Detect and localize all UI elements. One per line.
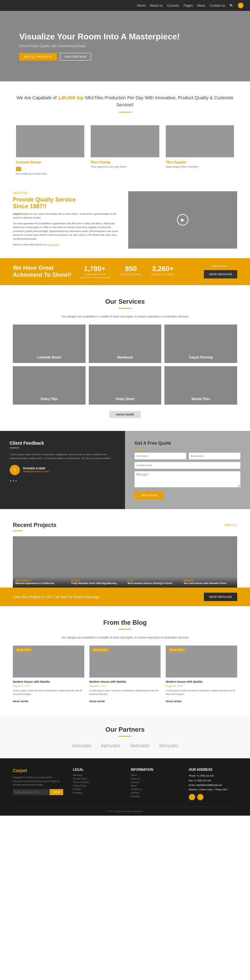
footer-brand-col: Carpet Copyright © is there for providin… — [13, 768, 63, 800]
view-all-link[interactable]: VIEW ALL — [224, 523, 237, 527]
blog-image-0: BLOG POST — [13, 646, 84, 678]
blog-desc-0: Lorem ipsum dolor sit amet consectetur a… — [13, 689, 84, 696]
service-vinley-tiles[interactable]: Vinley Tiles — [13, 366, 86, 405]
cta-strip: Have Any Project for Us? Call Now Or Sen… — [0, 587, 250, 606]
service-laminate[interactable]: Laminate Board — [13, 325, 86, 363]
read-more-2[interactable]: READ MORE — [166, 700, 182, 703]
hero-buttons: SEE ALL PRODUCTS EXPLORE NOW — [19, 53, 231, 60]
footer-fax: Fax: +1 (789) 213 333 — [189, 779, 237, 782]
blog-post-2: BLOG POST Modern House with Marble. Augu… — [166, 646, 237, 703]
card-desc-floor: Tiles experts to care your floors. — [91, 165, 159, 168]
message-input[interactable] — [135, 471, 240, 487]
search-icon[interactable]: 🔍 — [229, 4, 233, 7]
about-text: ABOUT US Provide Qualty Service Since 19… — [13, 191, 122, 248]
footer-address-heading: OUR ADDRESS — [189, 768, 237, 772]
partners-row: #envato #envato #envato #envato — [13, 743, 237, 749]
nav-courses[interactable]: Courses — [167, 4, 179, 7]
send-message-button[interactable]: SEND MESSAGE — [204, 270, 237, 278]
footer-newsletter: SEND — [13, 789, 63, 795]
nav-pages[interactable]: Pages — [184, 4, 193, 7]
card-image-floor — [91, 125, 159, 157]
nav-news[interactable]: News — [197, 4, 205, 7]
feature-cards: Custome Design 1 We create your dream ti… — [0, 125, 250, 185]
partner-logo-3: #envato — [159, 743, 178, 749]
card-title-custom: Custome Design — [16, 161, 84, 164]
footer-info-item-3: News — [131, 784, 179, 787]
copyright: © 2017 Carpet. All Rights Reserved. — [107, 810, 143, 813]
project-overlay-1: FLOOR Fully Wooden Floor with Big Balcon… — [69, 576, 125, 587]
stats-section: We Are Capabale of 1,80,000 Sqr MtrsTile… — [0, 81, 250, 125]
about-link-anchor[interactable]: Click Here — [47, 243, 59, 246]
quote-divider — [135, 447, 144, 448]
footer-info-item-6: Branding — [131, 795, 179, 797]
feedback-section: Client Feedback Lorem ipsum dolor sit am… — [0, 431, 125, 509]
footer-legal-item-4: Portfolio — [73, 788, 121, 790]
feedback-quote-section: Client Feedback Lorem ipsum dolor sit am… — [0, 431, 250, 509]
email-input[interactable] — [189, 453, 240, 460]
project-blue-heaven[interactable]: FLAT Blue Heaven Interiro Desing in Kori… — [125, 536, 181, 587]
project-sea-view[interactable]: WEBSITE Sea View Room with Wooden Floor — [181, 536, 237, 587]
nav-about[interactable]: About us — [150, 4, 162, 7]
partner-logo-1: #envato — [101, 743, 120, 749]
footer-top: Carpet Copyright © is there for providin… — [13, 768, 237, 800]
services-section: Our Services Our designs are available i… — [0, 285, 250, 431]
number-input[interactable] — [135, 462, 240, 469]
facebook-icon[interactable]: f — [189, 794, 195, 800]
see-products-button[interactable]: SEE ALL PRODUCTS — [19, 53, 57, 60]
cart-icon[interactable]: 1 — [238, 3, 244, 8]
cta-strip-button[interactable]: SEND MESSAGE — [204, 593, 237, 601]
card-title-tiles: Tiles Supplier — [166, 161, 234, 164]
card-title-floor: Floor Paving — [91, 161, 159, 164]
footer-legal-col: LEGAL Sitemaps Privacy Policy Terms of S… — [73, 768, 121, 800]
name-email-row — [135, 453, 240, 460]
form-submit-button[interactable]: SEND NOW — [135, 491, 164, 500]
service-carpet[interactable]: Carpet Flooring — [164, 325, 237, 363]
blog-section: From the Blog Our designs are available … — [0, 606, 250, 716]
partners-heading: Our Partners — [13, 726, 237, 733]
service-vinley-sheet[interactable]: Vinley Sheet — [89, 366, 162, 405]
footer-info-item-5: Portfolio — [131, 792, 179, 794]
blog-sub: Our designs are available in a wealth of… — [13, 636, 237, 639]
recent-projects-header: Recent Projects VIEW ALL — [13, 522, 237, 528]
blog-title-2: Modern House with Marble. — [166, 680, 237, 683]
explore-button[interactable]: EXPLORE NOW — [60, 53, 91, 60]
stats-text: We Are Capabale of 1,80,000 Sqr MtrsTile… — [13, 94, 237, 108]
hero-section: Visualize Your Room Into A Masterpiece! … — [0, 11, 250, 81]
nav-contact[interactable]: Contact us — [210, 4, 225, 7]
footer-legal-item-5: Branding — [73, 792, 121, 794]
twitter-icon[interactable]: t — [197, 794, 204, 800]
blog-image-1: BLOG POST — [89, 646, 161, 678]
footer-info-item-0: Home — [131, 774, 179, 776]
about-heading: Provide Qualty Service Since 1987!! — [13, 196, 122, 210]
read-more-1[interactable]: READ MORE — [89, 700, 105, 703]
service-marble[interactable]: Marble Tiles — [164, 366, 237, 405]
project-minimal[interactable]: APARTMENTS Minimal Apartment in Californ… — [13, 536, 69, 587]
project-overlay-0: APARTMENTS Minimal Apartment in Californ… — [13, 576, 69, 587]
avatar: R — [10, 465, 20, 475]
footer-legal-item-1: Privacy Policy — [73, 778, 121, 780]
name-input[interactable] — [135, 453, 186, 460]
blog-tag-2: BLOG POST — [168, 648, 185, 652]
card-image-tiles — [166, 125, 234, 157]
blog-desc-1: Lorem ipsum dolor sit amet consectetur a… — [89, 689, 161, 696]
newsletter-button[interactable]: SEND — [50, 789, 63, 795]
service-hardwood[interactable]: Hardwood — [89, 325, 162, 363]
stat-clients: 850 Social Wise Client — [121, 265, 141, 279]
play-button[interactable]: ▶ — [177, 214, 188, 226]
newsletter-input[interactable] — [13, 789, 50, 795]
show-more-button[interactable]: SHOW MORE — [109, 411, 141, 418]
blog-tag-1: BLOG POST — [92, 648, 109, 652]
footer-legal-item-2: Terms of Service — [73, 781, 121, 783]
blog-heading: From the Blog — [13, 619, 237, 626]
services-sub: Our designs are available in a wealth of… — [13, 315, 237, 318]
cta-strip-text: Have Any Project for Us? Call Now Or Sen… — [13, 595, 100, 599]
project-wooden[interactable]: FLOOR Fully Wooden Floor with Big Balcon… — [69, 536, 125, 587]
navigation: Home About us Courses Pages News Contact… — [0, 0, 250, 11]
nav-home[interactable]: Home — [137, 4, 145, 7]
banner-heading: We Have Great Achivment To Show!! — [13, 265, 72, 278]
read-more-0[interactable]: READ MORE — [13, 700, 29, 703]
about-video[interactable]: ▶ — [128, 191, 237, 248]
footer-info-col: INFORMATION Home About Us Courses News C… — [131, 768, 179, 800]
project-overlay-2: FLAT Blue Heaven Interiro Desing in Kori… — [125, 576, 181, 587]
carousel-dots[interactable]: • • • — [10, 478, 115, 484]
